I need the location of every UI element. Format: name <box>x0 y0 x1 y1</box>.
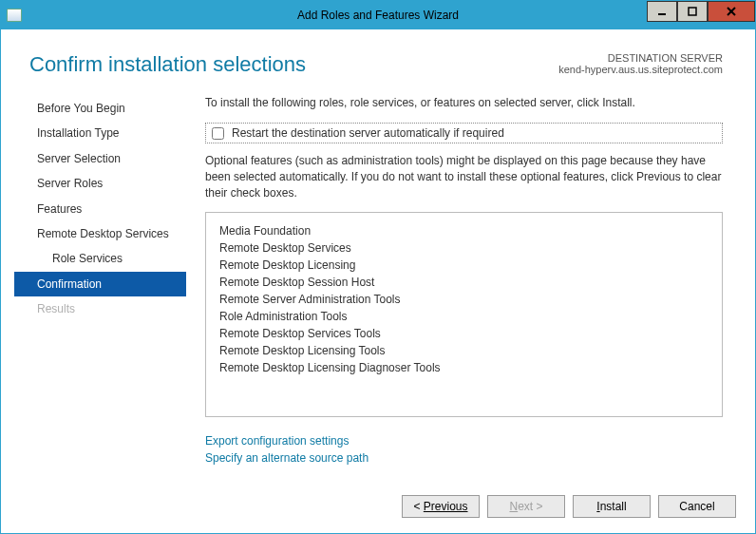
app-icon <box>1 9 28 22</box>
feature-item: Remote Desktop Licensing Tools <box>219 342 709 359</box>
sidebar-step-before-you-begin[interactable]: Before You Begin <box>14 96 196 121</box>
sidebar: Before You BeginInstallation TypeServer … <box>1 96 196 484</box>
titlebar: Add Roles and Features Wizard <box>1 1 755 29</box>
sidebar-step-remote-desktop-services[interactable]: Remote Desktop Services <box>14 221 196 246</box>
cancel-button[interactable]: Cancel <box>658 495 736 518</box>
minimize-button[interactable] <box>647 1 677 22</box>
feature-item: Media Foundation <box>219 222 709 239</box>
main-panel: To install the following roles, role ser… <box>196 96 755 484</box>
feature-item: Remote Desktop Licensing Diagnoser Tools <box>219 359 709 376</box>
feature-item: Remote Desktop Licensing <box>219 257 709 274</box>
footer-buttons: < Previous Next > Install Cancel <box>1 484 755 533</box>
svg-rect-1 <box>689 8 696 15</box>
destination-server-name: kend-hyperv.aus.us.siteprotect.com <box>558 64 723 75</box>
sidebar-step-installation-type[interactable]: Installation Type <box>14 121 196 145</box>
feature-item: Remote Desktop Session Host <box>219 274 709 291</box>
features-list[interactable]: Media FoundationRemote Desktop ServicesR… <box>205 212 723 417</box>
feature-item: Remote Desktop Services Tools <box>219 325 709 342</box>
header-row: Confirm installation selections DESTINAT… <box>1 29 755 77</box>
optional-features-note: Optional features (such as administratio… <box>205 153 723 200</box>
destination-server-label: DESTINATION SERVER <box>558 52 723 64</box>
body-row: Before You BeginInstallation TypeServer … <box>1 77 755 484</box>
sidebar-step-server-roles[interactable]: Server Roles <box>14 171 196 196</box>
content-area: Confirm installation selections DESTINAT… <box>1 29 755 533</box>
maximize-button[interactable] <box>677 1 708 22</box>
sidebar-step-server-selection[interactable]: Server Selection <box>14 146 196 171</box>
restart-checkbox[interactable] <box>212 127 224 140</box>
feature-item: Role Administration Tools <box>219 308 709 325</box>
restart-label: Restart the destination server automatic… <box>232 126 504 140</box>
instruction-text: To install the following roles, role ser… <box>205 96 723 109</box>
alternate-source-link[interactable]: Specify an alternate source path <box>205 449 723 467</box>
restart-checkbox-row[interactable]: Restart the destination server automatic… <box>205 123 723 143</box>
sidebar-step-role-services[interactable]: Role Services <box>14 246 196 271</box>
window-controls <box>647 1 755 22</box>
install-button[interactable]: Install <box>573 495 651 518</box>
sidebar-step-confirmation[interactable]: Confirmation <box>14 272 186 296</box>
feature-item: Remote Server Administration Tools <box>219 291 709 308</box>
links-section: Export configuration settings Specify an… <box>205 432 723 467</box>
sidebar-step-features[interactable]: Features <box>14 197 196 221</box>
previous-button[interactable]: < Previous <box>402 495 480 518</box>
next-button[interactable]: Next > <box>487 495 565 518</box>
destination-server-info: DESTINATION SERVER kend-hyperv.aus.us.si… <box>558 52 723 75</box>
feature-item: Remote Desktop Services <box>219 239 709 257</box>
wizard-window: Add Roles and Features Wizard Confirm in… <box>0 0 756 534</box>
sidebar-step-results: Results <box>14 296 196 321</box>
page-title: Confirm installation selections <box>29 52 558 77</box>
export-config-link[interactable]: Export configuration settings <box>205 432 723 449</box>
close-button[interactable] <box>708 1 755 22</box>
window-title: Add Roles and Features Wizard <box>1 9 755 22</box>
